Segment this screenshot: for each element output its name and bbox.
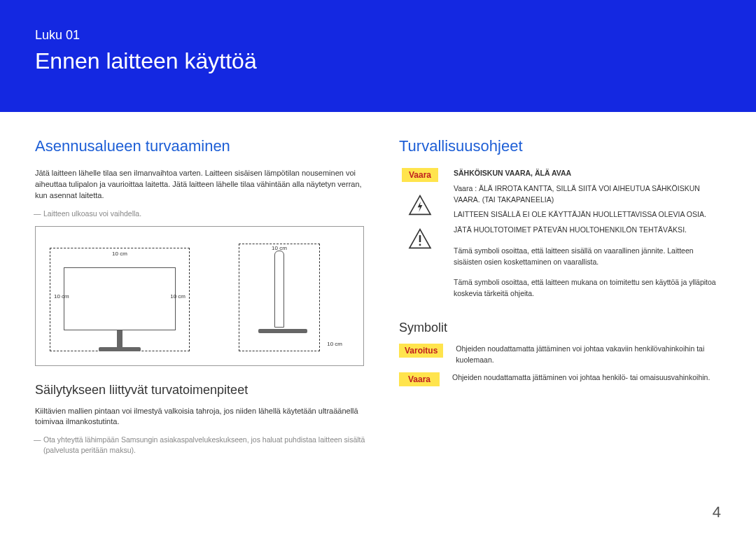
section-storage: Säilytykseen liittyvät turvatoimenpiteet xyxy=(35,383,371,398)
section-installation: Asennusalueen turvaaminen xyxy=(35,137,371,155)
chapter-label: Luku 01 xyxy=(35,28,721,43)
exclamation-triangle-icon xyxy=(408,228,432,249)
page-content: Asennusalueen turvaaminen Jätä laitteen … xyxy=(0,112,756,463)
shock-p2: LAITTEEN SISÄLLÄ EI OLE KÄYTTÄJÄN HUOLLE… xyxy=(454,209,721,220)
side-view-panel: 10 cm 10 cm xyxy=(204,235,355,357)
monitor-front-icon xyxy=(64,267,176,337)
chapter-header: Luku 01 Ennen laitteen käyttöä xyxy=(0,0,756,112)
vaara-badge: Vaara xyxy=(402,168,438,182)
bolt-symbol-text: Tämä symboli osoittaa, että laitteen sis… xyxy=(454,246,721,268)
shock-p1: Vaara : ÄLÄ IRROTA KANTTA, SILLÄ SIITÄ V… xyxy=(454,183,721,206)
dim-top-front: 10 cm xyxy=(112,251,127,257)
section-safety: Turvallisuusohjeet xyxy=(399,137,721,155)
caution-row: Vaara Ohjeiden noudattamatta jättäminen … xyxy=(399,372,721,386)
monitor-side-icon xyxy=(258,251,300,349)
svg-rect-3 xyxy=(419,244,421,246)
dim-bot-side: 10 cm xyxy=(327,341,342,347)
page-number: 4 xyxy=(713,503,721,521)
caution-block: Vaara SÄHKÖISKUN VAARA, ÄLÄ AVAA Vaara :… xyxy=(399,168,721,304)
dim-left-front: 10 cm xyxy=(54,293,69,299)
appearance-note: Laitteen ulkoasu voi vaihdella. xyxy=(43,209,371,219)
warning-row: Varoitus Ohjeiden noudattamatta jättämin… xyxy=(399,344,721,366)
dim-right-front: 10 cm xyxy=(170,293,186,299)
dim-top-side: 10 cm xyxy=(272,245,287,251)
varoitus-text: Ohjeiden noudattamatta jättäminen voi jo… xyxy=(456,344,721,366)
excl-symbol-text: Tämä symboli osoittaa, että laitteen muk… xyxy=(454,277,721,300)
varoitus-badge: Varoitus xyxy=(399,344,443,358)
storage-body: Kiiltävien mallien pintaan voi ilmestyä … xyxy=(35,406,371,428)
vaara2-badge: Vaara xyxy=(399,372,440,386)
clearance-diagram: 10 cm 10 cm 10 cm 10 cm 10 cm xyxy=(35,226,364,366)
vaara2-text: Ohjeiden noudattamatta jättäminen voi jo… xyxy=(452,372,710,384)
left-column: Asennusalueen turvaaminen Jätä laitteen … xyxy=(35,137,371,463)
symbols-heading: Symbolit xyxy=(399,321,721,335)
caution-text-block: SÄHKÖISKUN VAARA, ÄLÄ AVAA Vaara : ÄLÄ I… xyxy=(454,168,721,304)
svg-rect-2 xyxy=(419,235,421,242)
shock-p3: JÄTÄ HUOLTOTOIMET PÄTEVÄN HUOLTOHENKILÖN… xyxy=(454,225,721,236)
installation-intro: Jätä laitteen lähelle tilaa sen ilmanvai… xyxy=(35,168,371,202)
right-column: Turvallisuusohjeet Vaara SÄHKÖISKUN VAAR… xyxy=(399,137,721,463)
chapter-title: Ennen laitteen käyttöä xyxy=(35,48,721,74)
service-note: Ota yhteyttä lähimpään Samsungin asiakas… xyxy=(43,435,371,455)
lightning-triangle-icon xyxy=(408,195,432,216)
shock-heading: SÄHKÖISKUN VAARA, ÄLÄ AVAA xyxy=(454,169,571,177)
front-view-panel: 10 cm 10 cm 10 cm xyxy=(44,235,195,357)
